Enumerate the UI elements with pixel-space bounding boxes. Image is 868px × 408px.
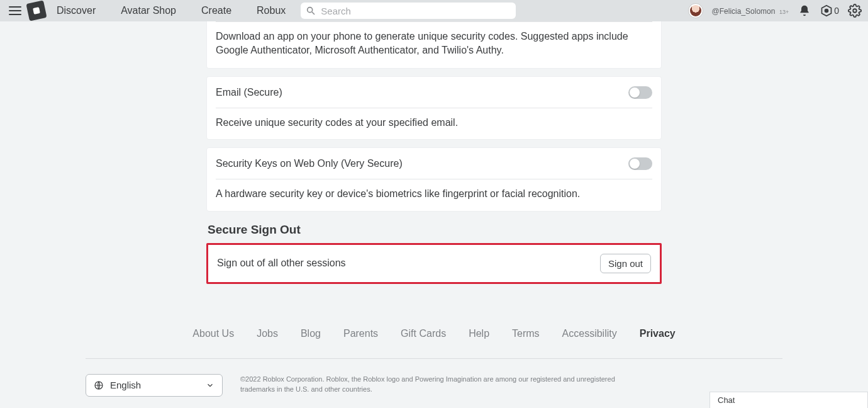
nav-links: Discover Avatar Shop Create Robux	[57, 5, 286, 16]
footer-bottom: English ©2022 Roblox Corporation. Roblox…	[86, 359, 782, 397]
menu-icon[interactable]	[6, 2, 24, 20]
authenticator-desc: Download an app on your phone to generat…	[216, 30, 652, 58]
nav-avatar-shop[interactable]: Avatar Shop	[121, 5, 176, 16]
footer-jobs[interactable]: Jobs	[257, 328, 278, 339]
copyright: ©2022 Roblox Corporation. Roblox, the Ro…	[240, 374, 643, 395]
security-keys-title: Security Keys on Web Only (Very Secure)	[216, 158, 403, 169]
footer: About Us Jobs Blog Parents Gift Cards He…	[86, 328, 782, 397]
email-desc: Receive unique security codes at your sp…	[216, 116, 652, 130]
svg-line-1	[312, 12, 314, 14]
footer-privacy[interactable]: Privacy	[640, 328, 676, 339]
footer-accessibility[interactable]: Accessibility	[562, 328, 617, 339]
language-selector[interactable]: English	[86, 374, 223, 397]
search-wrap	[301, 3, 516, 19]
username-label[interactable]: @Felicia_Solomon 13+	[712, 5, 789, 16]
nav-robux[interactable]: Robux	[257, 5, 286, 16]
footer-terms[interactable]: Terms	[512, 328, 540, 339]
footer-links: About Us Jobs Blog Parents Gift Cards He…	[86, 328, 782, 358]
search-input[interactable]	[301, 3, 516, 19]
nav-create[interactable]: Create	[201, 5, 231, 16]
secure-signout-heading: Secure Sign Out	[208, 223, 662, 237]
footer-parents[interactable]: Parents	[343, 328, 378, 339]
globe-icon	[94, 380, 104, 390]
age-badge: 13+	[779, 9, 789, 15]
security-keys-card: Security Keys on Web Only (Very Secure) …	[206, 147, 662, 211]
chat-label: Chat	[718, 395, 735, 405]
svg-point-3	[825, 9, 828, 13]
nav-discover[interactable]: Discover	[57, 5, 96, 16]
chevron-down-icon	[206, 381, 214, 390]
email-card: Email (Secure) Receive unique security c…	[206, 76, 662, 140]
language-label: English	[110, 380, 141, 390]
notifications-icon[interactable]	[798, 4, 811, 18]
page-body: Authenticator App (Very Secure) Download…	[0, 0, 868, 397]
avatar[interactable]	[688, 3, 703, 18]
top-nav: Discover Avatar Shop Create Robux @Felic…	[0, 0, 868, 21]
footer-help[interactable]: Help	[469, 328, 489, 339]
search-icon	[306, 6, 316, 16]
email-toggle[interactable]	[628, 86, 652, 99]
security-keys-toggle[interactable]	[628, 157, 652, 170]
robux-balance[interactable]: 0	[820, 4, 839, 17]
footer-about[interactable]: About Us	[192, 328, 234, 339]
signout-label: Sign out of all other sessions	[217, 258, 346, 269]
signout-button[interactable]: Sign out	[600, 254, 651, 273]
robux-count: 0	[834, 6, 839, 16]
nav-right: @Felicia_Solomon 13+ 0	[688, 3, 862, 18]
username-text: @Felicia_Solomon	[712, 7, 776, 16]
logo[interactable]	[26, 0, 47, 21]
svg-point-4	[853, 9, 857, 13]
footer-blog[interactable]: Blog	[301, 328, 321, 339]
settings-icon[interactable]	[848, 4, 862, 18]
settings-column: Authenticator App (Very Secure) Download…	[206, 0, 662, 284]
chat-bar[interactable]: Chat	[709, 392, 868, 408]
security-keys-desc: A hardware security key or device's biom…	[216, 187, 652, 201]
svg-point-0	[308, 8, 313, 13]
footer-gift-cards[interactable]: Gift Cards	[401, 328, 446, 339]
email-title: Email (Secure)	[216, 87, 282, 98]
signout-card: Sign out of all other sessions Sign out	[206, 243, 662, 284]
